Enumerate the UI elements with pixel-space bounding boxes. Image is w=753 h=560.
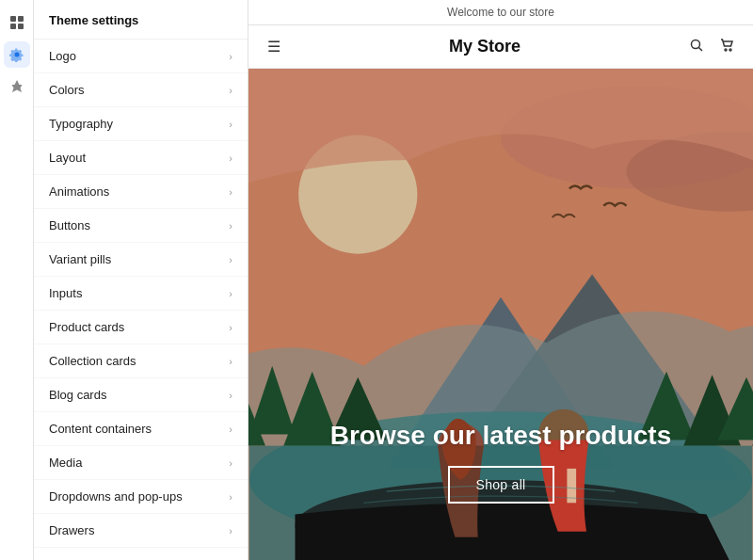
- svg-point-8: [729, 49, 731, 51]
- settings-item-variant-pills[interactable]: Variant pills›: [34, 243, 248, 277]
- store-nav: ☰ My Store: [248, 25, 753, 69]
- settings-item-label: Dropdowns and pop-ups: [49, 489, 183, 504]
- chevron-right-icon: ›: [229, 457, 232, 469]
- chevron-right-icon: ›: [229, 119, 232, 130]
- svg-rect-2: [10, 24, 16, 29]
- svg-rect-1: [18, 16, 24, 22]
- settings-item-label: Variant pills: [49, 252, 111, 266]
- cart-icon[interactable]: [719, 38, 734, 56]
- main-content: Welcome to our store ☰ My Store: [248, 0, 753, 560]
- settings-item-label: Typography: [49, 117, 113, 131]
- chevron-right-icon: ›: [229, 152, 232, 164]
- svg-rect-3: [18, 24, 24, 29]
- settings-item-label: Blog cards: [49, 388, 106, 402]
- settings-item-label: Layout: [49, 151, 86, 165]
- chevron-right-icon: ›: [229, 491, 232, 503]
- settings-item-label: Animations: [49, 184, 109, 199]
- settings-item-label: Buttons: [49, 218, 90, 232]
- svg-line-6: [699, 47, 703, 51]
- apps-nav-icon[interactable]: [4, 73, 30, 100]
- shop-all-button[interactable]: Shop all: [448, 466, 554, 504]
- settings-item-media[interactable]: Media›: [34, 446, 248, 480]
- settings-item-content-containers[interactable]: Content containers›: [34, 412, 248, 446]
- settings-item-buttons[interactable]: Buttons›: [34, 209, 248, 243]
- settings-item-badges[interactable]: Badges›: [34, 548, 248, 560]
- settings-item-animations[interactable]: Animations›: [34, 175, 248, 209]
- hamburger-icon[interactable]: ☰: [267, 38, 280, 56]
- chevron-right-icon: ›: [229, 254, 232, 265]
- settings-item-logo[interactable]: Logo›: [34, 40, 248, 73]
- svg-point-7: [725, 49, 727, 51]
- settings-item-layout[interactable]: Layout›: [34, 141, 248, 175]
- settings-item-colors[interactable]: Colors›: [34, 73, 248, 107]
- chevron-right-icon: ›: [229, 51, 232, 62]
- settings-item-label: Drawers: [49, 523, 94, 537]
- store-nav-right: [689, 38, 734, 56]
- icon-sidebar: [0, 0, 34, 560]
- settings-list: Logo›Colors›Typography›Layout›Animations…: [34, 40, 248, 560]
- chevron-right-icon: ›: [229, 356, 232, 367]
- settings-item-product-cards[interactable]: Product cards›: [34, 311, 248, 344]
- grid-nav-icon[interactable]: [4, 9, 30, 36]
- settings-item-collection-cards[interactable]: Collection cards›: [34, 344, 248, 378]
- chevron-right-icon: ›: [229, 322, 232, 333]
- chevron-right-icon: ›: [229, 424, 232, 435]
- store-preview: ☰ My Store: [248, 25, 753, 560]
- chevron-right-icon: ›: [229, 390, 232, 401]
- settings-item-label: Collection cards: [49, 354, 136, 368]
- store-name: My Store: [280, 37, 689, 56]
- store-nav-left: ☰: [267, 38, 280, 56]
- chevron-right-icon: ›: [229, 186, 232, 198]
- settings-item-label: Colors: [49, 83, 85, 97]
- settings-item-dropdowns-popups[interactable]: Dropdowns and pop-ups›: [34, 480, 248, 514]
- settings-item-blog-cards[interactable]: Blog cards›: [34, 378, 248, 412]
- settings-item-label: Logo: [49, 49, 76, 63]
- svg-rect-0: [10, 16, 16, 22]
- settings-item-label: Content containers: [49, 422, 152, 436]
- settings-item-drawers[interactable]: Drawers›: [34, 514, 248, 548]
- settings-nav-icon[interactable]: [4, 41, 30, 68]
- hero-section: Browse our latest products Shop all: [248, 69, 753, 560]
- chevron-right-icon: ›: [229, 525, 232, 536]
- hero-overlay: Browse our latest products Shop all: [248, 421, 753, 504]
- search-icon[interactable]: [689, 38, 704, 56]
- settings-item-label: Media: [49, 456, 82, 470]
- preview-bar-text: Welcome to our store: [447, 6, 554, 19]
- hero-title: Browse our latest products: [330, 421, 672, 451]
- chevron-right-icon: ›: [229, 85, 232, 96]
- settings-item-typography[interactable]: Typography›: [34, 107, 248, 141]
- settings-item-inputs[interactable]: Inputs›: [34, 277, 248, 311]
- settings-title: Theme settings: [34, 0, 248, 40]
- preview-bar: Welcome to our store: [248, 0, 753, 25]
- chevron-right-icon: ›: [229, 288, 232, 299]
- svg-point-5: [692, 40, 700, 48]
- chevron-right-icon: ›: [229, 220, 232, 232]
- settings-item-label: Product cards: [49, 320, 124, 334]
- settings-sidebar: Theme settings Logo›Colors›Typography›La…: [34, 0, 248, 560]
- settings-item-label: Inputs: [49, 286, 82, 300]
